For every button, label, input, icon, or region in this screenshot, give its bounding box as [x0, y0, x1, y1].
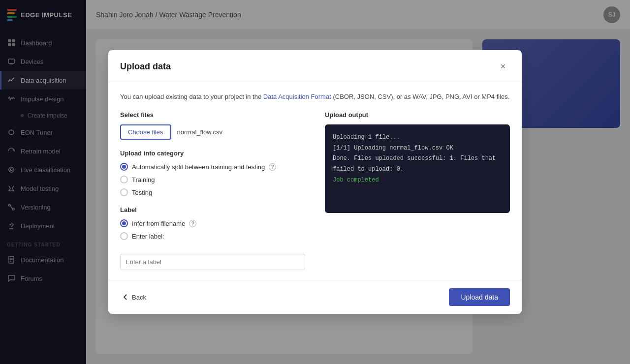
category-auto-help: ? [269, 163, 276, 171]
modal-columns: Select files Choose files normal_flow.cs… [120, 111, 510, 270]
output-line-2: [1/1] Uploading normal_flow.csv OK [333, 143, 502, 154]
choose-files-button[interactable]: Choose files [120, 124, 171, 140]
back-button[interactable]: Back [120, 290, 148, 305]
category-auto-option[interactable]: Automatically split between training and… [120, 163, 305, 171]
output-line-4: Job completed [333, 175, 502, 186]
upload-output-box: Uploading 1 file... [1/1] Uploading norm… [325, 124, 510, 213]
label-title: Label [120, 206, 305, 213]
category-training-radio[interactable] [120, 176, 128, 183]
output-line-1: Uploading 1 file... [333, 132, 502, 143]
label-infer-radio[interactable] [120, 219, 128, 227]
modal-title: Upload data [120, 61, 171, 72]
upload-data-button[interactable]: Upload data [449, 288, 510, 306]
modal-body: You can upload existing data to your pro… [108, 82, 522, 280]
category-testing-radio[interactable] [120, 188, 128, 196]
category-training-label: Training [132, 176, 155, 183]
modal-close-button[interactable]: × [496, 60, 510, 74]
label-radio-group: Infer from filename ? Enter label: [120, 219, 305, 240]
label-enter-radio[interactable] [120, 232, 128, 240]
category-training-option[interactable]: Training [120, 176, 305, 183]
label-section: Label Infer from filename ? Enter label: [120, 206, 305, 270]
upload-modal: Upload data × You can upload existing da… [108, 50, 522, 314]
upload-category-group: Automatically split between training and… [120, 163, 305, 196]
label-infer-option[interactable]: Infer from filename ? [120, 219, 305, 227]
modal-footer: Back Upload data [108, 280, 522, 314]
label-infer-help: ? [189, 220, 196, 227]
back-icon [122, 294, 129, 301]
modal-right-panel: Upload output Uploading 1 file... [1/1] … [325, 111, 510, 270]
label-enter-option[interactable]: Enter label: [120, 232, 305, 240]
selected-filename: normal_flow.csv [177, 128, 222, 136]
upload-output-title: Upload output [325, 111, 510, 119]
modal-overlay: Upload data × You can upload existing da… [0, 0, 630, 364]
upload-category-title: Upload into category [120, 150, 305, 157]
category-testing-label: Testing [132, 189, 152, 196]
output-line-3: Done. Files uploaded successful: 1. File… [333, 153, 502, 175]
label-infer-label: Infer from filename [132, 220, 185, 227]
category-auto-radio[interactable] [120, 163, 128, 171]
label-enter-label: Enter label: [132, 233, 164, 240]
modal-header: Upload data × [108, 50, 522, 82]
label-input[interactable] [120, 254, 305, 270]
main-area: Shahin Joro Jonah / Water Wastage Preven… [86, 0, 630, 364]
category-testing-option[interactable]: Testing [120, 188, 305, 196]
daf-link[interactable]: Data Acquisition Format [263, 93, 331, 100]
category-auto-label: Automatically split between training and… [132, 163, 265, 171]
select-files-title: Select files [120, 111, 305, 119]
modal-left-panel: Select files Choose files normal_flow.cs… [120, 111, 305, 270]
file-row: Choose files normal_flow.csv [120, 124, 305, 140]
modal-description: You can upload existing data to your pro… [120, 92, 510, 102]
